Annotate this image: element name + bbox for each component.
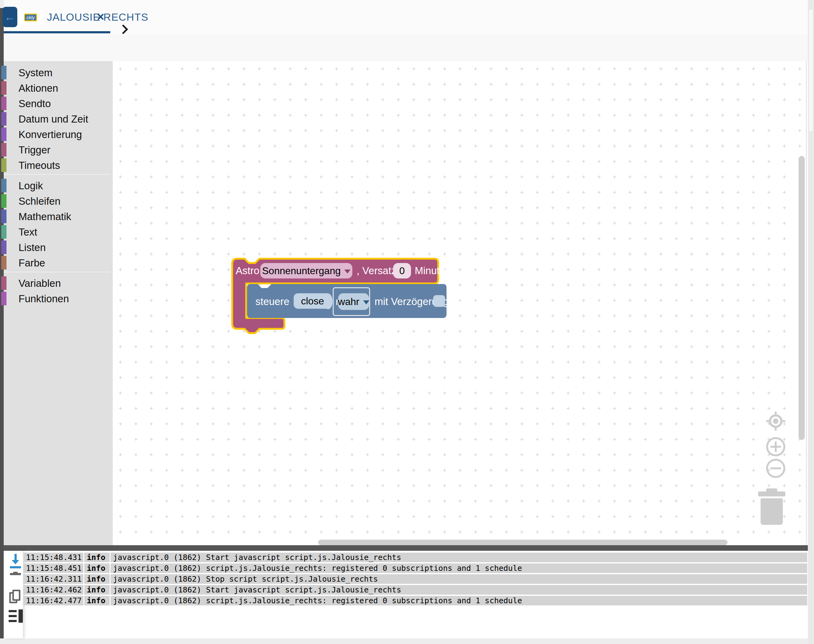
log-level: info <box>84 574 110 584</box>
log-filter-menu-icon[interactable] <box>9 609 23 624</box>
zoom-out-button[interactable] <box>766 459 785 478</box>
log-time: 11:15:48.451 <box>23 563 83 573</box>
trash-can-icon[interactable] <box>758 487 785 527</box>
category-group-divider <box>4 272 110 272</box>
sidebar-item-timeouts[interactable]: Timeouts <box>4 158 113 173</box>
block-category-sidebar: SystemAktionenSendtoDatum und ZeitKonver… <box>4 61 113 545</box>
category-label: Funktionen <box>18 293 69 305</box>
sidebar-item-mathematik[interactable]: Mathematik <box>4 209 113 224</box>
sidebar-item-aktionen[interactable]: Aktionen <box>4 80 113 96</box>
category-color-chip <box>1 66 6 79</box>
zoom-in-button[interactable] <box>766 437 785 456</box>
category-label: Timeouts <box>18 159 60 171</box>
log-autoscroll-icon[interactable] <box>9 554 22 568</box>
sidebar-item-schleifen[interactable]: Schleifen <box>4 193 113 209</box>
back-arrow-icon: ← <box>4 11 15 23</box>
sidebar-item-konvertierung[interactable]: Konvertierung <box>4 127 113 142</box>
sidebar-item-funktionen[interactable]: Funktionen <box>4 291 113 306</box>
dropdown-caret-icon <box>363 301 369 304</box>
script-tab-icon-box: ckly <box>18 9 43 25</box>
delay-checkbox[interactable] <box>433 295 445 307</box>
category-color-chip <box>1 112 6 126</box>
sidebar-item-variablen[interactable]: Variablen <box>4 275 113 291</box>
category-color-chip <box>1 97 6 110</box>
category-label: Konvertierung <box>18 129 82 141</box>
workspace-grid <box>113 61 806 545</box>
bool-value: wahr <box>338 296 359 308</box>
category-color-chip <box>1 276 6 290</box>
category-color-chip <box>1 81 6 95</box>
sidebar-item-system[interactable]: System <box>4 65 113 80</box>
log-message: javascript.0 (1862) script.js.Jalousie_r… <box>111 563 807 573</box>
category-label: Variablen <box>18 278 61 289</box>
category-label: Farbe <box>18 257 45 269</box>
center-blocks-icon[interactable] <box>766 411 785 431</box>
minuten-label: Minuten <box>415 265 451 277</box>
category-label: Logik <box>18 180 43 192</box>
tabs-overflow-chevron-icon[interactable] <box>118 25 128 34</box>
category-label: Datum und Zeit <box>18 113 88 125</box>
log-time: 11:16:42.462 <box>23 585 83 595</box>
log-time: 11:16:42.311 <box>23 574 83 584</box>
toolbar: ↻ blockly JS <box>4 35 808 61</box>
bool-dropdown[interactable]: wahr <box>338 293 369 310</box>
back-button[interactable]: ← <box>3 7 17 27</box>
workspace-hscroll-thumb[interactable] <box>318 540 728 545</box>
category-color-chip <box>1 194 6 208</box>
category-label: System <box>18 67 52 79</box>
offset-number-field[interactable]: 0 <box>393 263 411 279</box>
log-icon-column: ✕ <box>4 551 23 638</box>
category-color-chip <box>1 292 6 305</box>
log-message: javascript.0 (1862) script.js.Jalousie_r… <box>111 596 807 606</box>
blockly-workspace[interactable]: Astro Sonnenuntergang , Versatz 0 Minute… <box>113 61 806 545</box>
sidebar-item-farbe[interactable]: Farbe <box>4 255 113 270</box>
astro-type-dropdown[interactable]: Sonnenuntergang <box>260 263 352 279</box>
category-label: Mathematik <box>18 211 71 222</box>
category-color-chip <box>1 210 6 223</box>
sidebar-item-listen[interactable]: Listen <box>4 239 113 255</box>
active-tab-indicator <box>4 31 110 33</box>
sidebar-item-datum-und-zeit[interactable]: Datum und Zeit <box>4 111 113 127</box>
blockly-logo-icon: ckly <box>24 14 37 21</box>
category-group-divider <box>4 174 110 175</box>
log-time: 11:16:42.477 <box>23 596 83 606</box>
category-label: Text <box>18 226 37 238</box>
versatz-label: , Versatz <box>357 265 396 277</box>
category-color-chip <box>1 225 6 239</box>
category-color-chip <box>1 143 6 156</box>
category-label: Sendto <box>18 98 51 110</box>
log-message: javascript.0 (1862) Start javascript scr… <box>111 553 807 562</box>
workspace-vscroll-thumb[interactable] <box>799 156 805 440</box>
category-label: Aktionen <box>18 83 58 94</box>
workspace-right-border <box>806 61 806 545</box>
tab-close-icon[interactable]: × <box>97 11 104 23</box>
log-copy-icon[interactable] <box>9 590 22 604</box>
sidebar-item-sendto[interactable]: Sendto <box>4 96 113 111</box>
category-color-chip <box>1 241 6 254</box>
sidebar-item-logik[interactable]: Logik <box>4 178 113 193</box>
log-level: info <box>84 563 110 573</box>
sidebar-item-trigger[interactable]: Trigger <box>4 142 113 158</box>
log-level: info <box>84 585 110 595</box>
log-level: info <box>84 553 110 562</box>
page-scrollbar-thumb[interactable] <box>808 9 813 132</box>
log-panel: ✕ 11:15:48.431infojavascript.0 (1862) St… <box>4 551 808 638</box>
dropdown-caret-icon <box>344 270 350 273</box>
category-color-chip <box>1 256 6 270</box>
offset-value: 0 <box>399 265 405 277</box>
category-label: Schleifen <box>18 195 60 207</box>
log-level: info <box>84 596 110 606</box>
oid-field[interactable]: close <box>294 293 331 309</box>
log-clear-icon[interactable]: ✕ <box>10 572 22 587</box>
category-color-chip <box>1 179 6 192</box>
log-panel-divider[interactable] <box>4 545 808 551</box>
astro-label: Astro <box>236 265 260 277</box>
category-color-chip <box>1 158 6 172</box>
tab-bar: ← ckly JALOUSIE RECHTS × <box>4 0 808 35</box>
category-label: Listen <box>18 242 46 253</box>
sidebar-item-text[interactable]: Text <box>4 224 113 239</box>
category-label: Trigger <box>18 144 50 156</box>
log-message: javascript.0 (1862) Start javascript scr… <box>111 585 807 595</box>
log-time: 11:15:48.431 <box>23 553 83 562</box>
astro-type-value: Sonnenuntergang <box>262 265 341 277</box>
